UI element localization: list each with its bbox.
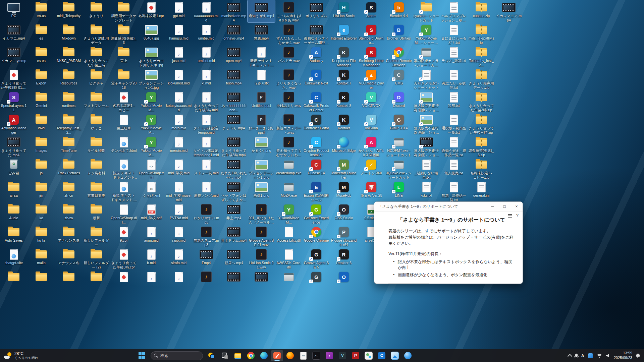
desktop-icon[interactable]: kotusytuaaus.mid bbox=[165, 90, 193, 112]
desktop-icon[interactable]: イカレマニア.mp4 bbox=[495, 0, 523, 22]
desktop-icon[interactable]: アナウンス夏 bbox=[55, 225, 83, 247]
desktop-icon[interactable]: 無題 - 親作品一覧.txt bbox=[440, 180, 468, 202]
desktop-icon[interactable]: 新規エクスポート.wav bbox=[275, 112, 303, 135]
desktop-icon[interactable]: MoZA.exe bbox=[275, 180, 303, 202]
desktop-icon[interactable]: M↗MuseHub bbox=[330, 180, 358, 202]
desktop-icon[interactable]: きょうり調査用データ bbox=[83, 22, 110, 45]
desktop-icon[interactable]: rajio.mid bbox=[165, 225, 193, 247]
desktop-icon[interactable]: Telepathy_Inst_2... bbox=[55, 112, 83, 135]
desktop-icon[interactable]: mero.mid bbox=[165, 112, 193, 135]
desktop-icon[interactable]: Pおーまーまにあ.ppsf bbox=[248, 112, 275, 135]
desktop-icon[interactable]: b↗Blender 4.4 bbox=[385, 0, 413, 22]
desktop-icon[interactable]: meroin.mid bbox=[165, 135, 193, 157]
desktop-icon[interactable]: きょうりボカコレ用サムネ.jpg bbox=[138, 45, 165, 67]
edge-icon[interactable] bbox=[258, 350, 270, 361]
desktop-icon[interactable]: ↗万引きメモ.txt - ショートカット bbox=[413, 67, 440, 90]
desktop-icon[interactable]: メドレー風.mid bbox=[193, 157, 220, 180]
desktop-icon[interactable]: mid_学校.pdf bbox=[138, 202, 165, 225]
desktop-icon[interactable]: OpenCvSharp.xml bbox=[138, 157, 165, 180]
desktop-icon[interactable]: G↗ bbox=[303, 269, 330, 283]
desktop-icon[interactable]: 通知うぜえ - 親作品一覧.txt bbox=[440, 135, 468, 157]
desktop-icon[interactable]: TimeTune bbox=[55, 135, 83, 157]
music-app-icon[interactable] bbox=[323, 350, 335, 361]
desktop-icon[interactable] bbox=[55, 269, 83, 283]
desktop-icon[interactable]: きょうり食ってた午後3時.zip bbox=[468, 90, 495, 112]
desktop-icon[interactable]: umibe.mid bbox=[193, 22, 220, 45]
desktop-icon[interactable]: プレゼンテーション1.jpg bbox=[138, 67, 165, 90]
desktop-icon[interactable]: パスドラ.wav bbox=[275, 45, 303, 67]
desktop-icon[interactable]: PVTNd.mid bbox=[165, 202, 193, 225]
desktop-icon[interactable]: malib bbox=[28, 247, 55, 269]
desktop-icon[interactable]: ごみ箱 bbox=[0, 157, 28, 180]
desktop-icon[interactable]: NKSC_PARAM bbox=[55, 45, 83, 67]
sphere-app-icon[interactable] bbox=[402, 350, 414, 361]
file-explorer-icon[interactable] bbox=[232, 350, 244, 361]
desktop-icon[interactable]: mid_学校.mid bbox=[165, 157, 193, 180]
desktop-icon[interactable]: ksks.txt bbox=[413, 180, 440, 202]
desktop-icon[interactable]: Gemini bbox=[28, 90, 55, 112]
desktop-icon[interactable]: manisekarin.mp4 bbox=[220, 0, 248, 22]
desktop-icon[interactable]: Auto Saves bbox=[0, 225, 28, 247]
desktop-icon[interactable]: C↗Crypton Product Installer bbox=[303, 135, 330, 157]
clock[interactable]: 13:59 2025/09/23 bbox=[614, 351, 632, 360]
desktop-icon[interactable]: プレゼンテーション1.png bbox=[248, 157, 275, 180]
desktop-icon[interactable]: きょうり食ってた午後3時-01.cpr bbox=[0, 67, 28, 90]
desktop-icon[interactable] bbox=[165, 269, 193, 283]
desktop-icon[interactable]: ko bbox=[28, 202, 55, 225]
desktop-icon[interactable]: _起動しない場合.txt bbox=[413, 157, 440, 180]
desktop-icon[interactable]: 画像1.png bbox=[248, 180, 275, 202]
desktop-icon[interactable]: 65407.jpg bbox=[138, 22, 165, 45]
desktop-icon[interactable]: ja bbox=[28, 157, 55, 180]
desktop-icon[interactable]: zh-tw bbox=[55, 202, 83, 225]
desktop-icon[interactable] bbox=[193, 269, 220, 283]
desktop-icon[interactable]: まにまにわーるど！.txt bbox=[440, 22, 468, 45]
weather-widget[interactable]: 28°C くもりのち晴れ bbox=[0, 349, 42, 362]
desktop-icon[interactable]: 井上ドラム.mp4 bbox=[220, 225, 248, 247]
close-button[interactable]: × bbox=[511, 202, 523, 211]
desktop-icon[interactable]: かるく<.png bbox=[248, 135, 275, 157]
desktop-icon[interactable]: 答え知っててもむずかしいわこれ.wav bbox=[275, 135, 303, 157]
desktop-icon[interactable]: G↗GIMP 3.0.4 bbox=[385, 112, 413, 135]
desktop-icon[interactable]: Mixdown bbox=[55, 22, 83, 45]
desktop-icon[interactable]: S↗SpectraLayers 11 bbox=[0, 90, 28, 112]
desktop-icon[interactable]: きょうり bbox=[83, 0, 110, 22]
hidden-icons-chevron-icon[interactable] bbox=[567, 354, 572, 358]
desktop-icon[interactable]: 新しいフォルダー bbox=[83, 225, 110, 247]
desktop-icon[interactable]: うみ.ustx bbox=[248, 67, 275, 90]
desktop-icon[interactable]: id-id bbox=[28, 112, 55, 135]
desktop-icon[interactable]: createdump.exe bbox=[275, 157, 303, 180]
desktop-icon[interactable]: Resources bbox=[55, 67, 83, 90]
tray-app-icon[interactable] bbox=[588, 353, 593, 358]
desktop-icon[interactable]: Fmp4 bbox=[193, 247, 220, 269]
desktop-icon[interactable]: ピクチャ bbox=[83, 67, 110, 90]
desktop-icon[interactable]: Y↗YukkuriMovieM... bbox=[138, 112, 165, 135]
desktop-icon[interactable]: zh-cn bbox=[55, 180, 83, 202]
desktop-icon[interactable]: runtimes bbox=[55, 90, 83, 112]
desktop-icon[interactable]: O↗ bbox=[330, 269, 358, 283]
desktop-icon[interactable]: gpt.mid bbox=[165, 0, 193, 22]
desktop-icon[interactable]: sirofo.mid bbox=[165, 247, 193, 269]
desktop-icon[interactable]: klokumed.mid bbox=[165, 67, 193, 90]
desktop-icon[interactable]: 名称未設定1 - コピー.zip bbox=[468, 157, 495, 180]
desktop-icon[interactable]: 最新 bbox=[83, 202, 110, 225]
desktop-icon[interactable] bbox=[248, 269, 275, 283]
desktop-icon[interactable]: 新規 テキスト ドキュメント.musicxml bbox=[248, 45, 275, 67]
desktop-icon[interactable]: P↗Plogue sforzando x64 bbox=[330, 225, 358, 247]
desktop-icon[interactable]: 無人販売.txt bbox=[440, 157, 468, 180]
desktop-icon[interactable]: 名称未設定1 - コピー bbox=[110, 90, 138, 112]
p-app-icon[interactable] bbox=[350, 350, 362, 361]
desktop-icon[interactable]: きょうり食ってた.mp4 bbox=[0, 135, 28, 157]
desktop-icon[interactable]: O↗OBS Studio bbox=[330, 202, 358, 225]
desktop-icon[interactable]: 路上駐車 bbox=[110, 112, 138, 135]
desktop-icon[interactable]: きょうり食ってた午後三時 bbox=[83, 45, 110, 67]
desktop-icon[interactable]: e↗Internet Explorer bbox=[330, 22, 358, 45]
desktop-icon[interactable]: フォトフレーム bbox=[83, 90, 110, 112]
desktop-icon[interactable]: ▲↗VLC media player bbox=[358, 67, 385, 90]
notepad-icon[interactable] bbox=[297, 350, 309, 361]
desktop-icon[interactable]: 選択版 - 親作品一覧.txt bbox=[440, 112, 468, 135]
desktop-icon[interactable]: K↗Kontakt 8 bbox=[330, 90, 358, 112]
help-icon[interactable]: ? bbox=[516, 213, 519, 218]
microphone-icon[interactable] bbox=[575, 354, 578, 357]
desktop-icon[interactable] bbox=[138, 269, 165, 283]
desktop-icon[interactable]: xl.mid bbox=[193, 67, 220, 90]
